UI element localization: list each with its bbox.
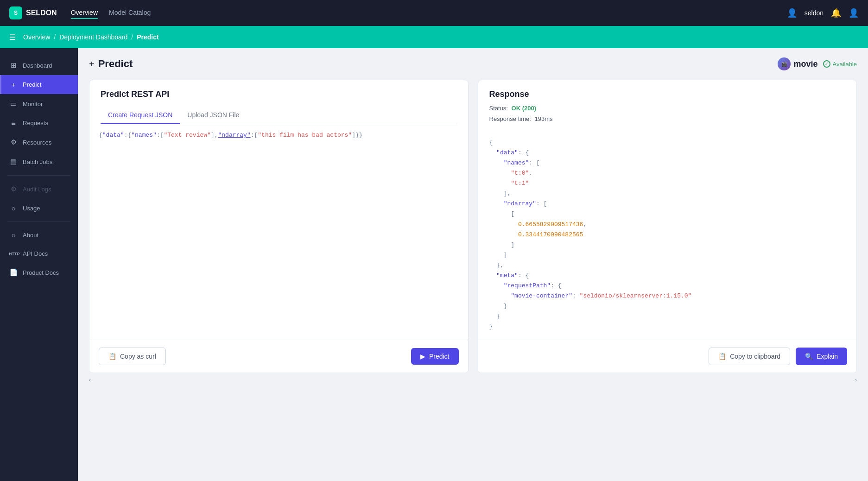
request-json-content: {"data":{"names":["Text review"],"ndarra… — [99, 132, 459, 139]
about-icon: ○ — [9, 231, 18, 239]
status-dot: ✓ — [823, 60, 830, 68]
response-status-line: Status: OK (200) — [489, 103, 846, 114]
two-col-layout: Predict REST API Create Request JSON Upl… — [89, 80, 857, 373]
sidebar-divider-2 — [7, 222, 70, 222]
tab-create-request-json[interactable]: Create Request JSON — [101, 107, 180, 124]
sidebar-item-resources[interactable]: ⚙ Resources — [0, 133, 78, 152]
sidebar-item-api-docs[interactable]: HTTP API Docs — [0, 245, 78, 263]
breadcrumb-sep-1: / — [54, 33, 56, 41]
tabs: Create Request JSON Upload JSON File — [101, 107, 457, 124]
predict-button-label: Predict — [429, 353, 450, 360]
username: seldon — [805, 9, 824, 17]
sidebar: ⊞ Dashboard + Predict ▭ Monitor ≡ Reques… — [0, 48, 78, 481]
sidebar-item-requests[interactable]: ≡ Requests — [0, 114, 78, 133]
sidebar-item-usage[interactable]: ○ Usage — [0, 199, 78, 218]
breadcrumb-deployment[interactable]: Deployment Dashboard — [59, 33, 127, 41]
notification-icon[interactable]: 🔔 — [831, 8, 841, 18]
left-card-footer: 📋 Copy as curl ▶ Predict — [89, 340, 468, 373]
logo-text: SELDON — [26, 9, 57, 17]
breadcrumb-sep-2: / — [131, 33, 133, 41]
sidebar-label-usage: Usage — [23, 205, 40, 212]
response-card: Response Status: OK (200) Response time:… — [478, 80, 857, 373]
audit-logs-icon: ⚙ — [9, 185, 18, 193]
avatar-icon[interactable]: 👤 — [787, 8, 797, 18]
sidebar-label-about: About — [23, 232, 38, 239]
model-name: 🎬 movie — [778, 57, 817, 70]
sidebar-label-dashboard: Dashboard — [23, 62, 52, 69]
scroll-left[interactable]: ‹ — [89, 377, 91, 383]
sidebar-item-batch-jobs[interactable]: ▤ Batch Jobs — [0, 152, 78, 171]
status-value: OK (200) — [512, 105, 536, 112]
left-card-title: Predict REST API — [101, 89, 457, 99]
api-docs-icon: HTTP — [9, 252, 18, 256]
product-docs-icon: 📄 — [9, 268, 18, 277]
response-json: { "data": { "names": [ "t:0", "t:1" ], "… — [489, 138, 846, 332]
predict-icon: + — [9, 81, 18, 89]
sidebar-item-predict[interactable]: + Predict — [0, 75, 78, 94]
copy-clipboard-button[interactable]: 📋 Copy to clipboard — [709, 348, 790, 365]
response-time-label: Response time: — [489, 115, 531, 122]
top-navigation: S SELDON Overview Model Catalog 👤 seldon… — [0, 0, 868, 26]
page-title-text: Predict — [98, 58, 133, 70]
sidebar-divider-1 — [7, 175, 70, 176]
logo[interactable]: S SELDON — [9, 6, 57, 19]
page-title-icon: + — [89, 59, 95, 70]
logo-icon: S — [9, 6, 22, 19]
sidebar-item-dashboard[interactable]: ⊞ Dashboard — [0, 56, 78, 75]
usage-icon: ○ — [9, 204, 18, 212]
copy-curl-label: Copy as curl — [120, 353, 156, 360]
dashboard-icon: ⊞ — [9, 61, 18, 70]
response-body: { "data": { "names": [ "t:0", "t:1" ], "… — [478, 130, 857, 340]
tab-upload-json-file[interactable]: Upload JSON File — [180, 107, 247, 124]
nav-link-overview[interactable]: Overview — [71, 7, 98, 19]
monitor-icon: ▭ — [9, 100, 18, 108]
account-icon[interactable]: 👤 — [849, 8, 859, 18]
sidebar-label-product-docs: Product Docs — [23, 269, 59, 276]
sidebar-item-audit-logs: ⚙ Audit Logs — [0, 179, 78, 199]
sidebar-label-monitor: Monitor — [23, 101, 43, 108]
sidebar-item-monitor[interactable]: ▭ Monitor — [0, 94, 78, 114]
model-avatar: 🎬 — [778, 57, 791, 70]
status-badge: ✓ Available — [823, 60, 857, 68]
right-card-footer: 📋 Copy to clipboard 🔍 Explain — [478, 340, 857, 373]
sidebar-item-product-docs[interactable]: 📄 Product Docs — [0, 263, 78, 282]
sidebar-label-predict: Predict — [23, 81, 41, 88]
explain-label: Explain — [817, 353, 838, 360]
menu-icon[interactable]: ☰ — [9, 33, 16, 42]
explain-button[interactable]: 🔍 Explain — [796, 348, 847, 365]
response-meta: Status: OK (200) Response time: 193ms — [489, 103, 846, 125]
sidebar-label-resources: Resources — [23, 139, 51, 146]
bottom-nav: ‹ › — [89, 373, 857, 385]
left-card-header: Predict REST API Create Request JSON Upl… — [89, 80, 468, 124]
breadcrumb-bar: ☰ Overview / Deployment Dashboard / Pred… — [0, 26, 868, 48]
response-title: Response — [489, 89, 846, 99]
copy-curl-icon: 📋 — [108, 353, 116, 360]
sidebar-label-api-docs: API Docs — [23, 250, 48, 257]
predict-button-icon: ▶ — [420, 353, 425, 360]
sidebar-label-audit-logs: Audit Logs — [23, 186, 51, 193]
user-info[interactable]: seldon — [805, 9, 824, 17]
main-layout: ⊞ Dashboard + Predict ▭ Monitor ≡ Reques… — [0, 48, 868, 481]
status-text: Available — [832, 61, 857, 68]
requests-icon: ≡ — [9, 119, 18, 127]
top-nav-right: 👤 seldon 🔔 👤 — [787, 8, 859, 18]
breadcrumb-overview[interactable]: Overview — [23, 33, 50, 41]
breadcrumb-current: Predict — [137, 33, 158, 41]
response-time-line: Response time: 193ms — [489, 114, 846, 124]
copy-curl-button[interactable]: 📋 Copy as curl — [99, 348, 166, 365]
right-footer-buttons: 📋 Copy to clipboard 🔍 Explain — [709, 348, 847, 365]
copy-clipboard-icon: 📋 — [718, 353, 726, 360]
copy-clipboard-label: Copy to clipboard — [730, 353, 780, 360]
top-nav-links: Overview Model Catalog — [71, 7, 773, 19]
status-label: Status: — [489, 105, 508, 112]
scroll-right[interactable]: › — [855, 377, 857, 383]
request-json-editor[interactable]: {"data":{"names":["Text review"],"ndarra… — [89, 124, 468, 340]
nav-link-model-catalog[interactable]: Model Catalog — [109, 7, 151, 19]
predict-button[interactable]: ▶ Predict — [411, 348, 459, 365]
sidebar-label-requests: Requests — [23, 120, 48, 127]
batch-jobs-icon: ▤ — [9, 158, 18, 166]
model-badge: 🎬 movie ✓ Available — [778, 57, 857, 70]
sidebar-label-batch-jobs: Batch Jobs — [23, 158, 52, 165]
predict-rest-api-card: Predict REST API Create Request JSON Upl… — [89, 80, 469, 373]
sidebar-item-about[interactable]: ○ About — [0, 226, 78, 245]
